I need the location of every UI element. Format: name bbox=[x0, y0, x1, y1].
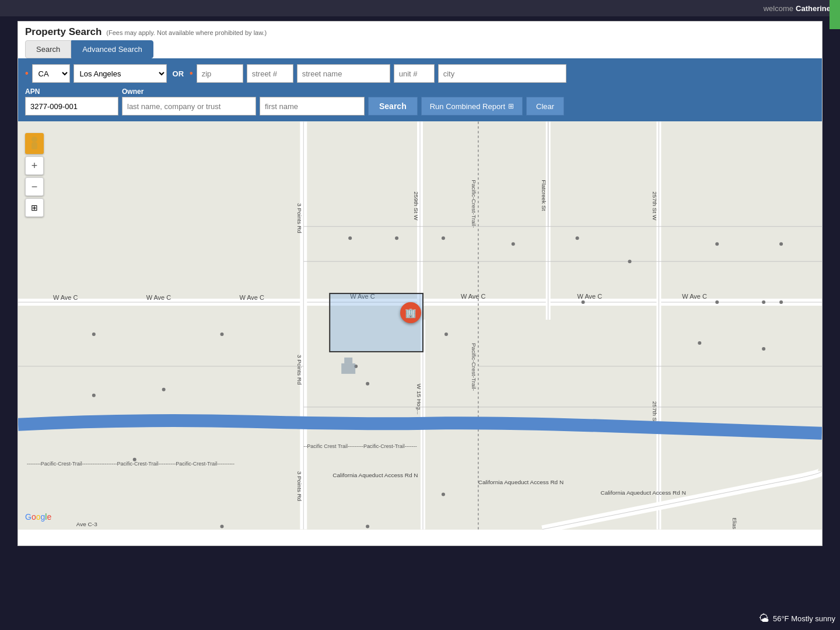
map-svg: W Ave C W Ave C W Ave C W Ave C W Ave C … bbox=[18, 121, 822, 530]
combined-report-button[interactable]: Run Combined Report ⊞ bbox=[421, 97, 523, 116]
layers-icon: ⊞ bbox=[31, 203, 38, 212]
svg-point-72 bbox=[133, 458, 136, 461]
green-indicator bbox=[830, 0, 840, 29]
svg-text:W Ave C: W Ave C bbox=[239, 294, 264, 301]
owner-field-group: Owner bbox=[122, 88, 256, 116]
svg-text:--Pacific Crest Trail---------: --Pacific Crest Trail---------Pacific-Cr… bbox=[303, 443, 416, 449]
weather-icon: 🌤 bbox=[759, 612, 769, 625]
svg-point-77 bbox=[698, 341, 701, 345]
search-row2: APN Owner Search Run Combined Report ⊞ C… bbox=[25, 88, 815, 116]
zoom-in-button[interactable]: + bbox=[25, 156, 44, 175]
search-button[interactable]: Search bbox=[368, 97, 418, 116]
zip-input[interactable] bbox=[197, 64, 243, 83]
map-pin[interactable]: 🏢 bbox=[400, 302, 421, 323]
map-pin-icon: 🏢 bbox=[405, 307, 416, 318]
svg-text:3 Points Rd: 3 Points Rd bbox=[296, 203, 303, 233]
svg-text:--------Pacific-Crest-Trail---: --------Pacific-Crest-Trail-------------… bbox=[27, 461, 235, 467]
svg-rect-85 bbox=[32, 142, 37, 149]
combined-report-icon: ⊞ bbox=[508, 102, 514, 110]
apn-field-group: APN bbox=[25, 88, 118, 116]
svg-point-67 bbox=[715, 242, 719, 246]
svg-text:259th St W: 259th St W bbox=[413, 191, 419, 220]
top-bar: welcome Catherine bbox=[0, 0, 840, 16]
google-logo: Google bbox=[25, 512, 51, 522]
owner-label: Owner bbox=[122, 88, 256, 96]
svg-text:3 Points Rd: 3 Points Rd bbox=[296, 471, 303, 502]
search-area: • CA AL AZ CO FL Los Angeles San Diego O… bbox=[18, 58, 822, 121]
unit-input[interactable] bbox=[394, 64, 435, 83]
google-g: G bbox=[25, 512, 32, 522]
bullet-zip: • bbox=[190, 68, 193, 79]
svg-point-61 bbox=[442, 236, 445, 240]
svg-text:California Aqueduct Access Rd : California Aqueduct Access Rd N bbox=[478, 479, 564, 485]
map-controls: + − ⊞ bbox=[25, 133, 44, 217]
google-e: e bbox=[47, 512, 51, 522]
layers-button[interactable]: ⊞ bbox=[25, 198, 44, 217]
svg-text:California Aqueduct Access Rd : California Aqueduct Access Rd N bbox=[332, 472, 418, 478]
svg-text:W Ave C: W Ave C bbox=[461, 293, 486, 300]
svg-point-55 bbox=[92, 394, 96, 397]
tab-search[interactable]: Search bbox=[25, 40, 71, 58]
google-o1: o bbox=[32, 512, 36, 522]
app-container: Property Search (Fees may apply. Not ava… bbox=[18, 21, 822, 546]
first-name-input[interactable] bbox=[260, 97, 365, 116]
page-title: Property Search bbox=[25, 26, 102, 38]
svg-point-71 bbox=[220, 525, 223, 528]
street-view-button[interactable] bbox=[25, 133, 44, 154]
svg-point-76 bbox=[762, 300, 765, 304]
svg-point-74 bbox=[442, 493, 445, 496]
svg-point-53 bbox=[92, 332, 96, 336]
svg-point-65 bbox=[582, 300, 585, 304]
svg-point-63 bbox=[512, 242, 515, 246]
svg-text:Pacific-Crest-Trail-: Pacific-Crest-Trail- bbox=[471, 343, 477, 391]
svg-point-69 bbox=[779, 242, 783, 246]
svg-point-73 bbox=[366, 525, 369, 528]
svg-text:3 Points Rd: 3 Points Rd bbox=[296, 355, 303, 385]
tab-advanced-search[interactable]: Advanced Search bbox=[71, 40, 153, 58]
first-name-spacer bbox=[260, 88, 365, 96]
svg-text:257th St W: 257th St W bbox=[652, 191, 658, 220]
svg-text:W Ave C: W Ave C bbox=[578, 293, 603, 300]
apn-label: APN bbox=[25, 88, 118, 96]
last-name-input[interactable] bbox=[122, 97, 256, 116]
svg-point-66 bbox=[628, 260, 631, 263]
zoom-in-icon: + bbox=[32, 160, 38, 172]
page-header: Property Search (Fees may apply. Not ava… bbox=[18, 22, 822, 40]
city-input[interactable] bbox=[438, 64, 566, 83]
svg-text:W Ave C: W Ave C bbox=[53, 294, 78, 301]
weather-text: 56°F Mostly sunny bbox=[773, 614, 835, 623]
combined-report-label: Run Combined Report bbox=[430, 102, 505, 111]
state-select[interactable]: CA AL AZ CO FL bbox=[32, 64, 70, 83]
svg-text:W Ave C: W Ave C bbox=[682, 293, 707, 300]
county-select[interactable]: Los Angeles San Diego Orange Riverside bbox=[74, 64, 167, 83]
svg-point-75 bbox=[762, 347, 765, 351]
svg-point-56 bbox=[220, 332, 223, 336]
svg-rect-79 bbox=[344, 358, 352, 363]
apn-input[interactable] bbox=[25, 97, 118, 116]
svg-text:Elias St: Elias St bbox=[732, 518, 737, 530]
svg-point-62 bbox=[444, 332, 448, 336]
svg-text:Ave C-3: Ave C-3 bbox=[76, 522, 97, 528]
svg-text:Pacific-Crest-Trail-: Pacific-Crest-Trail- bbox=[471, 180, 477, 228]
street-name-input[interactable] bbox=[297, 64, 390, 83]
street-num-input[interactable] bbox=[247, 64, 293, 83]
svg-point-68 bbox=[715, 300, 719, 304]
svg-text:Flatcreek St: Flatcreek St bbox=[541, 180, 547, 211]
svg-text:W Ave C: W Ave C bbox=[146, 294, 172, 301]
svg-point-84 bbox=[32, 136, 37, 142]
clear-button[interactable]: Clear bbox=[526, 97, 564, 116]
or-label: OR bbox=[173, 69, 184, 78]
zoom-out-button[interactable]: − bbox=[25, 177, 44, 196]
map-container[interactable]: W Ave C W Ave C W Ave C W Ave C W Ave C … bbox=[18, 121, 822, 530]
taskbar: 🌤 56°F Mostly sunny bbox=[0, 607, 840, 630]
svg-point-57 bbox=[348, 236, 352, 240]
weather-widget: 🌤 56°F Mostly sunny bbox=[759, 612, 835, 625]
first-name-field-group bbox=[260, 88, 365, 116]
page-subtitle: (Fees may apply. Not available where pro… bbox=[106, 29, 267, 36]
tabs-container: Search Advanced Search bbox=[18, 40, 822, 58]
svg-text:California Aqueduct Access Rd : California Aqueduct Access Rd N bbox=[601, 489, 686, 496]
svg-rect-78 bbox=[341, 363, 355, 374]
svg-point-60 bbox=[395, 236, 398, 240]
zoom-out-icon: − bbox=[32, 181, 38, 193]
svg-point-64 bbox=[576, 236, 579, 240]
